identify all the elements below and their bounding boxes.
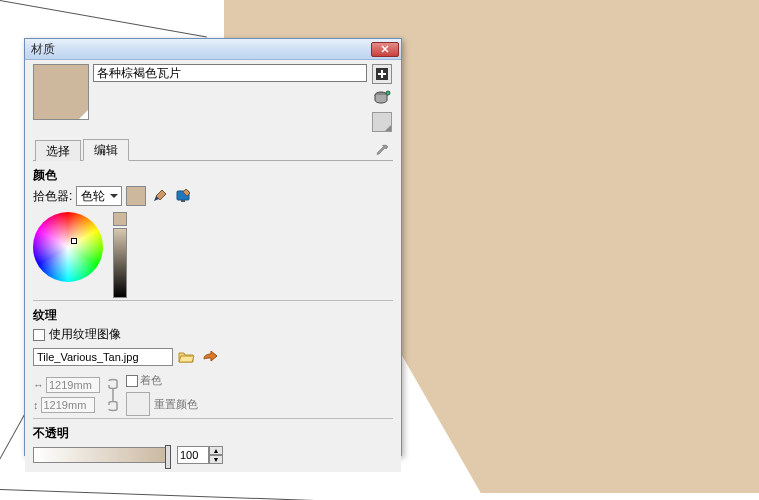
svg-point-2 xyxy=(386,91,390,95)
reset-color-swatch[interactable] xyxy=(126,392,150,416)
opacity-spinner: ▲ ▼ xyxy=(177,446,223,464)
bucket-icon xyxy=(373,90,391,106)
brush-object-icon xyxy=(152,188,168,204)
opacity-value-input[interactable] xyxy=(177,446,209,464)
texture-height-input[interactable] xyxy=(41,397,95,413)
texture-filename-input[interactable] xyxy=(33,348,173,366)
create-material-button[interactable] xyxy=(372,64,392,84)
height-arrow-icon: ↕ xyxy=(33,399,39,411)
color-wheel-marker[interactable] xyxy=(71,238,77,244)
browse-texture-button[interactable] xyxy=(177,347,197,367)
window-title: 材质 xyxy=(31,41,55,58)
divider xyxy=(33,300,393,301)
picker-label: 拾色器: xyxy=(33,188,72,205)
section-opacity-label: 不透明 xyxy=(33,425,393,442)
section-color-label: 颜色 xyxy=(33,167,393,184)
eyedropper-icon xyxy=(375,144,389,158)
folder-open-icon xyxy=(178,349,196,365)
use-texture-checkbox[interactable] xyxy=(33,329,45,341)
materials-dialog: 材质 xyxy=(24,38,402,456)
link-chain-icon xyxy=(106,377,120,413)
match-model-color-button[interactable] xyxy=(174,186,194,206)
tab-bar: 选择 编辑 xyxy=(33,138,393,161)
current-material-swatch[interactable] xyxy=(33,64,89,120)
set-default-button[interactable] xyxy=(372,88,392,108)
value-slider[interactable] xyxy=(113,228,127,298)
titlebar[interactable]: 材质 xyxy=(25,39,401,60)
lock-aspect-toggle[interactable] xyxy=(106,377,120,413)
color-preview-swatch[interactable] xyxy=(126,186,146,206)
secondary-swatch[interactable] xyxy=(372,112,392,132)
use-texture-label: 使用纹理图像 xyxy=(49,326,121,343)
sample-paint-button[interactable] xyxy=(373,142,391,160)
section-texture-label: 纹理 xyxy=(33,307,393,324)
export-arrow-icon xyxy=(202,349,220,365)
color-wheel[interactable] xyxy=(33,212,103,282)
close-icon xyxy=(381,45,389,53)
svg-rect-4 xyxy=(181,200,185,202)
material-name-input[interactable] xyxy=(93,64,367,82)
texture-width-input[interactable] xyxy=(46,377,100,393)
brush-screen-icon xyxy=(175,188,193,204)
opacity-spin-up[interactable]: ▲ xyxy=(209,446,223,455)
edit-texture-button[interactable] xyxy=(201,347,221,367)
opacity-spin-down[interactable]: ▼ xyxy=(209,455,223,464)
colorize-checkbox[interactable] xyxy=(126,375,138,387)
colorize-label: 着色 xyxy=(140,373,162,388)
opacity-slider[interactable] xyxy=(33,447,171,463)
tab-edit[interactable]: 编辑 xyxy=(83,139,129,161)
divider xyxy=(33,418,393,419)
model-edge xyxy=(0,489,500,500)
value-current-swatch xyxy=(113,212,127,226)
picker-mode-select[interactable]: 色轮 xyxy=(76,186,122,206)
reset-color-label: 重置颜色 xyxy=(154,397,198,412)
create-material-icon xyxy=(375,67,389,81)
close-button[interactable] xyxy=(371,42,399,57)
tab-select[interactable]: 选择 xyxy=(35,140,81,161)
width-arrow-icon: ↔ xyxy=(33,379,44,391)
match-screen-color-button[interactable] xyxy=(150,186,170,206)
